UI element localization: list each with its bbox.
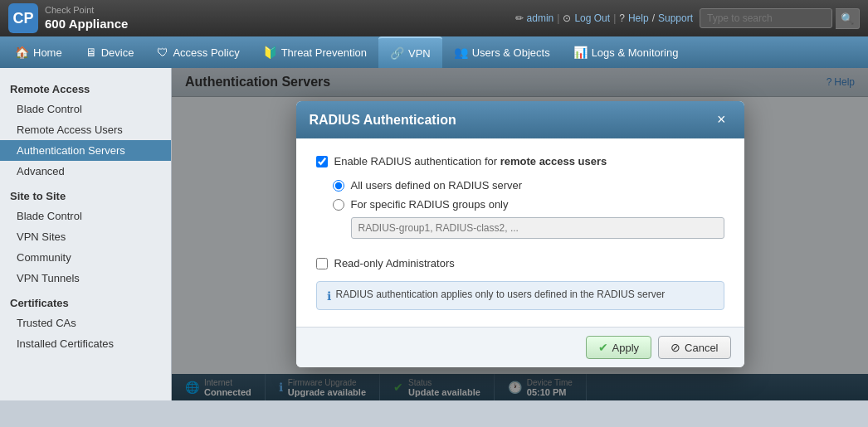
support-link[interactable]: Support [658, 12, 693, 24]
modal-header: RADIUS Authentication × [296, 101, 744, 138]
readonly-admin-checkbox[interactable] [316, 258, 328, 269]
apply-icon: ✔ [598, 341, 608, 354]
question-icon: ? [619, 12, 625, 24]
info-row: ℹ RADIUS authentication applies only to … [316, 281, 724, 310]
nav-home[interactable]: 🏠 Home [3, 36, 74, 68]
readonly-admin-label: Read-only Administrators [334, 257, 455, 269]
nav-vpn-label: VPN [408, 47, 431, 60]
radio-group: All users defined on RADIUS server For s… [333, 179, 724, 249]
logout-link[interactable]: Log Out [574, 12, 610, 24]
app-name-line1: Check Point [45, 4, 128, 16]
shield-icon: 🛡 [157, 46, 168, 59]
sidebar-item-advanced[interactable]: Advanced [0, 161, 171, 182]
sidebar-item-community[interactable]: Community [0, 247, 171, 268]
nav-logs-label: Logs & Monitoring [592, 46, 679, 59]
vpn-icon: 🔗 [390, 46, 404, 60]
sidebar-item-trusted-cas[interactable]: Trusted CAs [0, 313, 171, 333]
apply-button[interactable]: ✔ Apply [586, 336, 652, 359]
radio-specific-label: For specific RADIUS groups only [351, 198, 509, 211]
circle-icon: ⊙ [563, 12, 571, 24]
sidebar-item-remote-access-users[interactable]: Remote Access Users [0, 119, 171, 140]
radio-all-users[interactable] [333, 180, 344, 192]
app-logo-icon: CP [8, 3, 38, 33]
device-icon: 🖥 [85, 46, 97, 59]
sidebar-section-certificates: Certificates [0, 292, 171, 313]
nav-threat-label: Threat Prevention [281, 46, 367, 59]
enable-radius-label: Enable RADIUS authentication for remote … [334, 155, 607, 167]
top-bar-links: ✏ admin | ⊙ Log Out | ? Help / Support [515, 12, 693, 24]
modal-body: Enable RADIUS authentication for remote … [296, 138, 744, 327]
app-name-line2: 600 Appliance [45, 16, 128, 32]
enable-radius-checkbox[interactable] [316, 156, 328, 167]
radio-all-users-label: All users defined on RADIUS server [351, 179, 523, 192]
search-input[interactable] [700, 8, 832, 28]
nav-access-policy-label: Access Policy [173, 46, 239, 59]
radio-specific-row: For specific RADIUS groups only [333, 198, 724, 211]
readonly-admin-row: Read-only Administrators [316, 257, 724, 269]
sidebar-item-vpn-sites[interactable]: VPN Sites [0, 226, 171, 247]
nav-logs[interactable]: 📊 Logs & Monitoring [562, 36, 690, 68]
nav-vpn[interactable]: 🔗 VPN [378, 36, 442, 68]
radio-all-users-row: All users defined on RADIUS server [333, 179, 724, 192]
info-text: RADIUS authentication applies only to us… [336, 289, 666, 300]
nav-threat-prevention[interactable]: 🔰 Threat Prevention [251, 36, 378, 68]
cancel-button[interactable]: ⊘ Cancel [658, 336, 730, 359]
logs-icon: 📊 [573, 46, 588, 59]
enable-checkbox-row: Enable RADIUS authentication for remote … [316, 155, 724, 167]
sidebar-item-blade-control-ra[interactable]: Blade Control [0, 99, 171, 119]
groups-input[interactable] [351, 217, 724, 239]
radio-specific-groups[interactable] [333, 199, 344, 211]
modal-overlay: RADIUS Authentication × Enable RADIUS au… [172, 68, 868, 400]
modal-title: RADIUS Authentication [310, 113, 456, 128]
threat-icon: 🔰 [263, 46, 277, 59]
app-logo: CP Check Point 600 Appliance [8, 3, 128, 33]
modal-close-button[interactable]: × [712, 109, 731, 130]
content-area: Authentication Servers ? Help 🌐 Internet… [172, 68, 868, 400]
sidebar: Remote Access Blade Control Remote Acces… [0, 68, 172, 400]
sidebar-item-installed-certs[interactable]: Installed Certificates [0, 333, 171, 354]
top-bar: CP Check Point 600 Appliance ✏ admin | ⊙… [0, 0, 868, 36]
sidebar-section-remote-access: Remote Access [0, 78, 171, 99]
modal-footer: ✔ Apply ⊘ Cancel [296, 327, 744, 367]
nav-users-label: Users & Objects [472, 46, 550, 59]
radius-auth-modal: RADIUS Authentication × Enable RADIUS au… [296, 101, 744, 367]
nav-home-label: Home [33, 46, 62, 59]
info-icon: ℹ [327, 289, 331, 303]
nav-access-policy[interactable]: 🛡 Access Policy [145, 36, 251, 68]
cancel-icon: ⊘ [671, 341, 680, 354]
users-icon: 👥 [454, 46, 468, 59]
sidebar-item-blade-control-s2s[interactable]: Blade Control [0, 206, 171, 226]
sidebar-item-vpn-tunnels[interactable]: VPN Tunnels [0, 268, 171, 289]
sidebar-item-authentication-servers[interactable]: Authentication Servers [0, 140, 171, 161]
nav-users-objects[interactable]: 👥 Users & Objects [442, 36, 562, 68]
nav-device-label: Device [101, 46, 134, 59]
nav-device[interactable]: 🖥 Device [74, 36, 146, 68]
sidebar-section-site-to-site: Site to Site [0, 185, 171, 206]
home-icon: 🏠 [15, 46, 29, 59]
search-button[interactable]: 🔍 [836, 8, 860, 29]
pencil-icon: ✏ [515, 12, 524, 24]
nav-bar: 🏠 Home 🖥 Device 🛡 Access Policy 🔰 Threat… [0, 36, 868, 68]
app-logo-text: Check Point 600 Appliance [45, 4, 128, 32]
admin-link[interactable]: admin [527, 12, 554, 24]
help-link[interactable]: Help [628, 12, 649, 24]
main-layout: Remote Access Blade Control Remote Acces… [0, 68, 868, 400]
